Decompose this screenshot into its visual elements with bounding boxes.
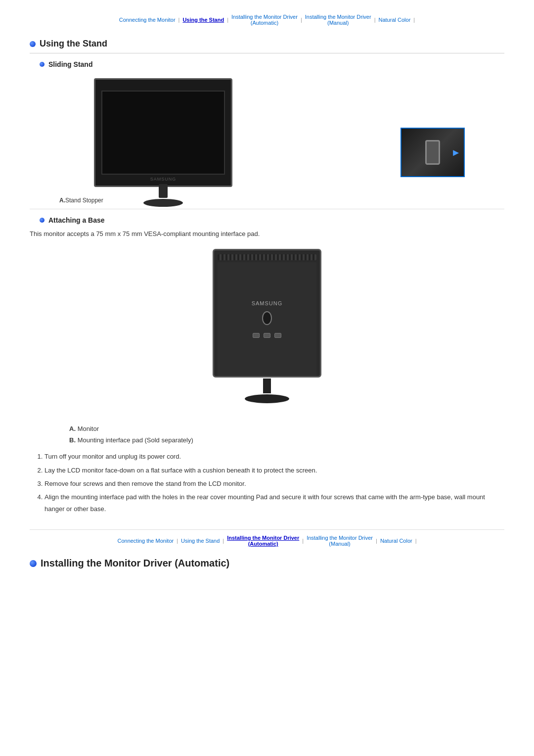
installing-title: Installing the Monitor Driver (Automatic… — [41, 558, 229, 569]
label-b-text: Mounting interface pad (Sold separately) — [78, 436, 193, 444]
caption-a-label: A. — [59, 197, 65, 204]
label-a: A. — [69, 425, 76, 432]
rear-monitor-image: SAMSUNG — [213, 249, 321, 378]
nav-using-stand-top[interactable]: Using the Stand — [182, 17, 224, 23]
samsung-label: SAMSUNG — [150, 177, 177, 182]
rear-brand-label: SAMSUNG — [252, 300, 283, 306]
nav-sep-2: | — [227, 17, 228, 23]
sub-heading-sliding-stand: Sliding Stand — [40, 60, 504, 68]
rear-monitor-wrapper: SAMSUNG — [213, 249, 321, 403]
nav-sep-3: | — [301, 17, 302, 23]
sliding-stand-title: Sliding Stand — [48, 60, 92, 68]
rear-base — [245, 394, 289, 403]
nav-using-stand-bottom[interactable]: Using the Stand — [181, 538, 220, 544]
step-3: Remove four screws and then remove the s… — [44, 478, 504, 489]
section-heading-using-stand: Using the Stand — [30, 39, 504, 53]
nav-connecting-monitor-bottom[interactable]: Connecting the Monitor — [117, 538, 174, 544]
rear-monitor-image-area: SAMSUNG — [30, 249, 504, 413]
nav-bar-top: Connecting the Monitor | Using the Stand… — [30, 10, 504, 30]
rear-connector-hole — [262, 311, 272, 325]
nav-sep-b4: | — [376, 538, 377, 544]
step-1: Turn off your monitor and unplug its pow… — [44, 451, 504, 462]
section-title: Using the Stand — [40, 39, 107, 49]
nav-connecting-monitor-top[interactable]: Connecting the Monitor — [119, 17, 176, 23]
rear-top-vent — [218, 254, 316, 260]
caption-a-text: Stand Stopper — [65, 197, 103, 204]
vesa-description: This monitor accepts a 75 mm x 75 mm VES… — [30, 229, 504, 239]
nav-install-manual-top[interactable]: Installing the Monitor Driver(Manual) — [305, 14, 371, 26]
page-wrapper: Connecting the Monitor | Using the Stand… — [0, 0, 534, 579]
nav-sep-1: | — [178, 17, 180, 23]
nav-install-auto-top[interactable]: Installing the Monitor Driver(Automatic) — [231, 14, 298, 26]
bullet-using-stand — [30, 41, 36, 47]
sliding-stand-image-area: SAMSUNG ► — [30, 78, 504, 187]
steps-list: Turn off your monitor and unplug its pow… — [44, 451, 504, 515]
nav-sep-b1: | — [177, 538, 178, 544]
nav-natural-color-bottom[interactable]: Natural Color — [380, 538, 412, 544]
nav-sep-b3: | — [302, 538, 304, 544]
sub-heading-attaching-base: Attaching a Base — [40, 216, 504, 224]
nav-install-auto-bottom[interactable]: Installing the Monitor Driver(Automatic) — [227, 535, 299, 547]
thumb-connector — [425, 140, 440, 165]
divider-1 — [30, 209, 504, 209]
monitor-image: SAMSUNG — [94, 78, 232, 187]
nav-sep-4: | — [374, 17, 376, 23]
bullet-attaching-base — [40, 218, 44, 223]
step-2: Lay the LCD monitor face-down on a flat … — [44, 465, 504, 476]
nav-natural-color-top[interactable]: Natural Color — [379, 17, 411, 23]
attaching-base-title: Attaching a Base — [48, 216, 105, 224]
rear-neck — [263, 378, 271, 393]
step-4: Align the mounting interface pad with th… — [44, 491, 504, 515]
label-b-mounting: B. Mounting interface pad (Sold separate… — [69, 434, 504, 446]
label-b: B. — [69, 436, 76, 444]
bullet-sliding-stand — [40, 62, 44, 67]
monitor-neck — [159, 184, 168, 198]
nav-bar-bottom: Connecting the Monitor | Using the Stand… — [30, 529, 504, 551]
bullet-installing — [30, 560, 37, 567]
thumb-arrow-icon: ► — [451, 147, 461, 158]
nav-sep-b2: | — [222, 538, 224, 544]
label-a-monitor: A. Monitor — [69, 423, 504, 434]
nav-sep-5: | — [413, 17, 415, 23]
monitor-base — [143, 199, 183, 207]
monitor-base-area — [143, 184, 183, 207]
nav-sep-b5: | — [415, 538, 417, 544]
monitor-body-wrapper: SAMSUNG — [94, 78, 232, 187]
stand-thumbnail: ► — [400, 128, 465, 177]
nav-install-manual-bottom[interactable]: Installing the Monitor Driver(Manual) — [307, 535, 373, 547]
ab-labels: A. Monitor B. Mounting interface pad (So… — [69, 423, 504, 446]
label-a-text: Monitor — [78, 425, 99, 432]
caption-stand-stopper: A.Stand Stopper — [59, 197, 504, 204]
installing-heading: Installing the Monitor Driver (Automatic… — [30, 558, 504, 569]
thumb-inner: ► — [401, 129, 464, 176]
monitor-screen — [101, 91, 225, 175]
rear-body: SAMSUNG — [218, 262, 316, 376]
